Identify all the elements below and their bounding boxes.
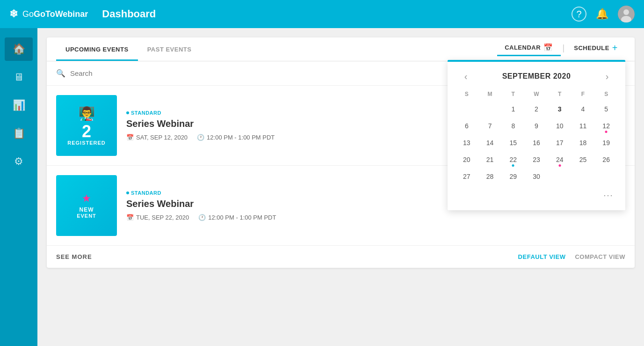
cal-week-4: 20 21 22 23 24 25 26 <box>455 152 618 168</box>
snowflake-icon: ❄ <box>9 8 18 20</box>
calendar-view-button[interactable]: CALENDAR 📅 <box>497 40 560 56</box>
dow-w: W <box>525 89 548 99</box>
see-more-button[interactable]: SEE MORE <box>56 253 92 260</box>
cal-day-14[interactable]: 14 <box>482 135 498 151</box>
cal-day-10[interactable]: 10 <box>552 118 568 134</box>
calendar-icon: 📅 <box>543 43 553 52</box>
help-button[interactable]: ? <box>572 7 586 22</box>
cal-day-empty <box>459 101 475 117</box>
logo-goto: GoGoToWebinar <box>22 9 88 19</box>
cal-month-year: SEPTEMBER 2020 <box>502 72 571 81</box>
event-date-2: 📅 TUE, SEP 22, 2020 <box>126 214 189 221</box>
cal-day-28[interactable]: 28 <box>482 169 498 184</box>
plus-icon: + <box>612 43 618 53</box>
cal-prev-button[interactable]: ‹ <box>459 69 473 83</box>
sidebar-item-reports[interactable]: 📋 <box>5 122 33 145</box>
cal-day-empty <box>482 101 498 117</box>
sidebar-item-screen[interactable]: 🖥 <box>5 66 33 89</box>
cal-day-16[interactable]: 16 <box>528 135 544 151</box>
dow-t1: T <box>501 89 525 99</box>
view-options: DEFAULT VIEW COMPACT VIEW <box>518 253 625 260</box>
cal-day-22[interactable]: 22 <box>505 152 521 168</box>
cal-day-20[interactable]: 20 <box>459 152 475 168</box>
svg-point-1 <box>623 9 629 15</box>
cal-day-9[interactable]: 9 <box>528 118 544 134</box>
sidebar: 🏠 🖥 📊 📋 ⚙ <box>0 28 37 346</box>
dow-t2: T <box>548 89 572 99</box>
cal-day-7[interactable]: 7 <box>482 118 498 134</box>
calendar-more-button[interactable]: ⋮ <box>601 189 616 203</box>
bell-button[interactable]: 🔔 <box>596 8 608 20</box>
cal-day-11[interactable]: 11 <box>575 118 591 134</box>
cal-dow-row: S M T W T F S <box>455 89 618 99</box>
cal-day-17[interactable]: 17 <box>552 135 568 151</box>
tab-actions: CALENDAR 📅 | SCHEDULE + <box>497 40 625 61</box>
clock-icon: 🕐 <box>197 134 204 141</box>
cal-day-29[interactable]: 29 <box>505 169 521 184</box>
cal-day-3[interactable]: 3 <box>552 101 568 117</box>
event-label: EVENT <box>77 213 96 219</box>
cal-day-25[interactable]: 25 <box>575 152 591 168</box>
event-date-1: 📅 SAT, SEP 12, 2020 <box>126 134 188 141</box>
cal-day-19[interactable]: 19 <box>598 135 614 151</box>
registered-label: REGISTERED <box>67 140 106 146</box>
tab-divider: | <box>563 43 565 53</box>
cal-week-1: 1 2 3 4 5 <box>455 101 618 117</box>
dow-f: F <box>572 89 595 99</box>
content-card: UPCOMING EVENTS PAST EVENTS CALENDAR 📅 |… <box>47 37 635 268</box>
calendar-label: CALENDAR <box>505 44 541 51</box>
cal-day-6[interactable]: 6 <box>459 118 475 134</box>
tab-upcoming[interactable]: UPCOMING EVENTS <box>56 37 138 61</box>
event-time-1: 🕐 12:00 PM - 1:00 PM PDT <box>197 134 275 141</box>
sidebar-item-home[interactable]: 🏠 <box>5 37 33 61</box>
cal-day-13[interactable]: 13 <box>459 135 475 151</box>
cal-day-27[interactable]: 27 <box>459 169 475 184</box>
compact-view-button[interactable]: COMPACT VIEW <box>575 253 625 260</box>
cal-week-3: 13 14 15 16 17 18 19 <box>455 135 618 151</box>
card-footer: SEE MORE DEFAULT VIEW COMPACT VIEW <box>47 246 635 268</box>
calendar-header: ‹ SEPTEMBER 2020 › <box>448 62 625 89</box>
badge-dot <box>126 111 129 114</box>
calendar-overlay: ‹ SEPTEMBER 2020 › S M T W T F S <box>448 60 625 210</box>
cal-day-2[interactable]: 2 <box>528 101 544 117</box>
cal-day-24[interactable]: 24 <box>552 152 568 168</box>
cal-day-23[interactable]: 23 <box>528 152 544 168</box>
cal-day-15[interactable]: 15 <box>505 135 521 151</box>
cal-day-18[interactable]: 18 <box>575 135 591 151</box>
cal-day-5[interactable]: 5 <box>598 101 614 117</box>
cal-day-4[interactable]: 4 <box>575 101 591 117</box>
cal-day-empty <box>575 169 591 184</box>
cal-day-empty <box>552 169 568 184</box>
sidebar-item-settings[interactable]: ⚙ <box>5 150 33 173</box>
sidebar-item-analytics[interactable]: 📊 <box>5 94 33 117</box>
default-view-button[interactable]: DEFAULT VIEW <box>518 253 566 260</box>
cal-day-1[interactable]: 1 <box>505 101 521 117</box>
schedule-view-button[interactable]: SCHEDULE + <box>566 40 625 56</box>
badge-dot-2 <box>126 191 129 194</box>
cal-day-26[interactable]: 26 <box>598 152 614 168</box>
calendar-grid: S M T W T F S 1 2 3 4 <box>448 89 625 184</box>
tabs-header: UPCOMING EVENTS PAST EVENTS CALENDAR 📅 |… <box>47 37 635 61</box>
event-meta-2: 📅 TUE, SEP 22, 2020 🕐 12:00 PM - 1:00 PM… <box>126 214 601 221</box>
cal-day-12[interactable]: 12 <box>598 118 614 134</box>
search-icon: 🔍 <box>56 69 65 78</box>
main-content: UPCOMING EVENTS PAST EVENTS CALENDAR 📅 |… <box>37 28 644 346</box>
top-nav: ❄ GoGoToWebinar Dashboard ? 🔔 <box>0 0 644 28</box>
clock-icon-2: 🕐 <box>198 214 206 221</box>
event-time-2: 🕐 12:00 PM - 1:00 PM PDT <box>198 214 276 221</box>
dow-m: M <box>478 89 502 99</box>
event-thumbnail-1: 👨‍🏫 2 REGISTERED <box>56 95 117 156</box>
cal-next-button[interactable]: › <box>600 69 614 83</box>
tab-past[interactable]: PAST EVENTS <box>138 37 201 61</box>
cal-day-8[interactable]: 8 <box>505 118 521 134</box>
calendar-meta-icon: 📅 <box>126 134 134 141</box>
calendar-meta-icon-2: 📅 <box>126 214 134 221</box>
calendar-footer-dots: ⋮ <box>448 185 625 203</box>
cal-day-21[interactable]: 21 <box>482 152 498 168</box>
dow-s2: S <box>594 89 618 99</box>
star-icon: ★ <box>82 192 91 205</box>
avatar[interactable] <box>618 6 635 22</box>
cal-day-empty <box>598 169 614 184</box>
cal-day-30[interactable]: 30 <box>528 169 544 184</box>
cal-week-2: 6 7 8 9 10 11 12 <box>455 118 618 134</box>
